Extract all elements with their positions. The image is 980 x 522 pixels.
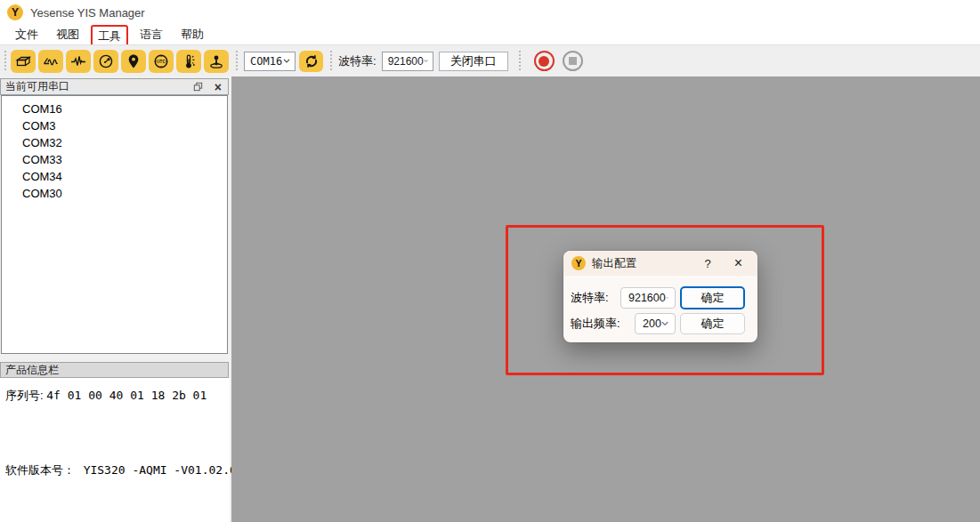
dialog-baud-select[interactable]: 921600: [620, 287, 676, 309]
serial-number-value: 4f 01 00 40 01 18 2b 01: [46, 389, 207, 402]
software-version-value: YIS320 -AQMI -V01.02.03;: [84, 463, 251, 477]
gauge-icon: [97, 53, 115, 69]
product-info-header: 产品信息栏: [0, 362, 229, 378]
product-info-body: 序列号: 4f 01 00 40 01 18 2b 01 软件版本号： YIS3…: [0, 378, 230, 522]
refresh-ports-button[interactable]: [299, 51, 323, 72]
chevron-down-icon: [424, 59, 428, 63]
window-titlebar: Y Yesense YIS Manager: [0, 0, 980, 25]
svg-text:Y: Y: [575, 258, 581, 269]
chevron-down-icon: [661, 321, 668, 326]
close-serial-port-button[interactable]: 关闭串口: [439, 52, 508, 71]
joystick-button[interactable]: [204, 50, 229, 73]
dialog-rate-select[interactable]: 200: [635, 313, 676, 334]
output-config-dialog: Y 输出配置 ? × 波特率: 921600 确定 输出频率: 200 确定: [563, 251, 757, 342]
dialog-rate-label: 输出频率:: [571, 313, 620, 334]
3d-cube-icon: [14, 53, 32, 69]
baud-rate-label: 波特率:: [338, 53, 377, 69]
baud-rate-value: 921600: [388, 55, 424, 68]
attitude-curve-icon: [42, 53, 60, 69]
dialog-title: 输出配置: [592, 256, 636, 271]
dialog-rate-value: 200: [643, 317, 661, 330]
menu-view[interactable]: 视图: [50, 24, 85, 45]
port-list-item[interactable]: COM34: [2, 168, 227, 185]
toolbar-drag-handle: [329, 51, 332, 72]
port-select-value: COM16: [250, 55, 282, 68]
dialog-close-button[interactable]: ×: [734, 257, 742, 269]
thermometer-icon: [180, 53, 198, 69]
refresh-icon: [304, 53, 320, 69]
gauge-button[interactable]: [93, 50, 118, 73]
dialog-baud-value: 921600: [628, 292, 666, 304]
3d-cube-button[interactable]: [11, 50, 36, 73]
dialog-rate-confirm-button[interactable]: 确定: [680, 313, 745, 334]
dock-close-button[interactable]: ×: [215, 82, 222, 92]
menu-bar: 文件 视图 工具 语言 帮助: [0, 25, 980, 44]
dialog-titlebar[interactable]: Y 输出配置 ? ×: [563, 251, 757, 276]
window-title: Yesense YIS Manager: [30, 6, 145, 20]
location-pin-icon: [125, 53, 142, 69]
main-toolbar: UTC COM16 波特率:: [0, 44, 980, 76]
dialog-baud-label: 波特率:: [571, 287, 609, 309]
menu-help[interactable]: 帮助: [174, 24, 210, 45]
product-info-title: 产品信息栏: [5, 363, 59, 378]
utc-clock-button[interactable]: UTC: [149, 50, 174, 73]
port-select[interactable]: COM16: [244, 52, 296, 71]
chevron-down-icon: [283, 59, 290, 63]
record-icon: [539, 56, 549, 67]
dialog-baud-confirm-button[interactable]: 确定: [680, 286, 745, 309]
chevron-down-icon: [666, 295, 668, 301]
serial-dock-title: 当前可用串口: [5, 79, 69, 94]
dialog-app-logo-icon: Y: [571, 256, 586, 270]
utc-clock-icon: UTC: [152, 53, 170, 69]
thermometer-button[interactable]: [176, 50, 201, 73]
dock-float-button[interactable]: [193, 82, 203, 92]
joystick-icon: [207, 53, 225, 69]
float-window-icon: [193, 82, 203, 92]
menu-language[interactable]: 语言: [134, 24, 169, 45]
port-list-item[interactable]: COM32: [2, 134, 227, 151]
waveform-icon: [69, 53, 87, 69]
svg-text:UTC: UTC: [157, 59, 166, 63]
port-list-item[interactable]: COM3: [2, 117, 227, 134]
toolbar-drag-handle: [519, 51, 522, 72]
port-list-item[interactable]: COM16: [2, 100, 227, 117]
menu-file[interactable]: 文件: [9, 24, 45, 45]
software-version-label: 软件版本号：: [5, 463, 75, 477]
serial-number-row: 序列号: 4f 01 00 40 01 18 2b 01: [5, 388, 207, 404]
attitude-curve-button[interactable]: [38, 50, 63, 73]
location-button[interactable]: [121, 50, 146, 73]
dialog-help-button[interactable]: ?: [701, 257, 714, 270]
stop-button[interactable]: [563, 51, 583, 71]
svg-text:Y: Y: [12, 6, 19, 19]
record-button[interactable]: [534, 51, 555, 71]
serial-number-label: 序列号:: [5, 389, 44, 402]
baud-rate-select[interactable]: 921600: [382, 52, 433, 71]
port-list-item[interactable]: COM30: [2, 185, 227, 202]
stop-icon: [569, 57, 577, 65]
waveform-button[interactable]: [66, 50, 91, 73]
toolbar-drag-handle: [4, 51, 6, 72]
serial-dock-header: 当前可用串口 ×: [0, 78, 229, 95]
software-version-row: 软件版本号： YIS320 -AQMI -V01.02.03;: [5, 462, 250, 478]
available-ports-list[interactable]: COM16 COM3 COM32 COM33 COM34 COM30: [1, 95, 228, 354]
port-list-item[interactable]: COM33: [2, 151, 227, 168]
app-logo-icon: Y: [7, 4, 23, 20]
toolbar-drag-handle: [235, 51, 238, 72]
